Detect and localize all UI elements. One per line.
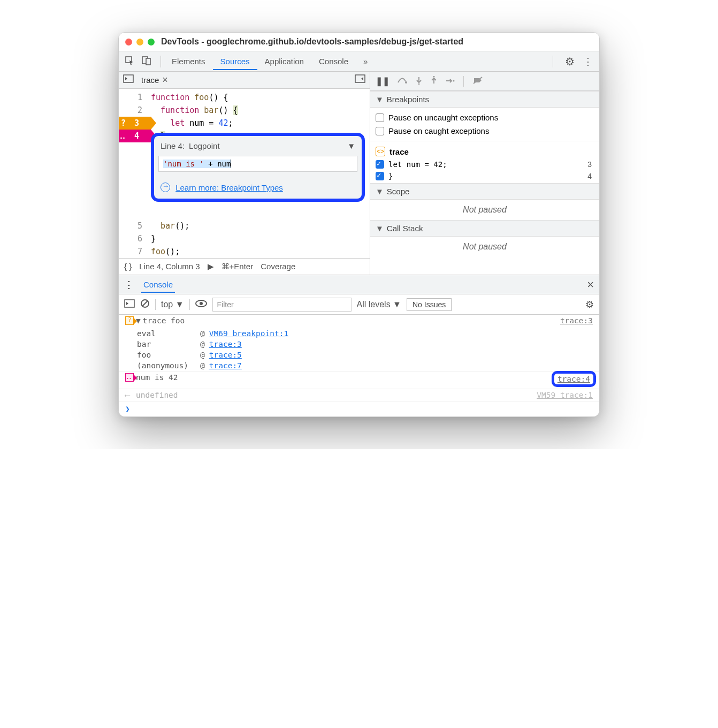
navigator-toggle-icon[interactable] (123, 74, 134, 85)
tab-overflow-icon[interactable]: » (356, 52, 375, 70)
svg-rect-4 (355, 75, 365, 82)
svg-point-5 (405, 81, 407, 84)
bp-code[interactable]: let num = 42; (388, 160, 447, 169)
editor-column: trace × 1 2 3 4 5 6 7 (119, 72, 370, 275)
live-expression-icon[interactable] (195, 300, 207, 309)
stack-fn: foo (137, 351, 196, 359)
drawer-menu-icon[interactable]: ⋮ (124, 279, 134, 291)
callstack-not-paused: Not paused (370, 237, 599, 257)
gear-icon[interactable]: ⚙ (565, 55, 575, 68)
devtools-window: DevTools - googlechrome.github.io/devtoo… (118, 32, 600, 417)
trace-source-link[interactable]: trace:3 (560, 316, 593, 327)
svg-point-7 (433, 76, 435, 78)
stack-src-link[interactable]: trace:5 (209, 351, 242, 359)
pause-icon[interactable]: ❚❚ (376, 76, 389, 86)
context-selector[interactable]: top ▼ (161, 300, 184, 309)
bp-checkbox[interactable] (376, 172, 384, 180)
code-editor[interactable]: 1 2 3 4 5 6 7 function foo() { function … (119, 89, 370, 258)
clear-console-icon[interactable] (140, 299, 150, 310)
bp-code[interactable]: } (388, 172, 393, 180)
return-value: undefined (136, 391, 178, 399)
line-number[interactable]: 6 (119, 232, 142, 245)
window-title: DevTools - googlechrome.github.io/devtoo… (161, 37, 463, 47)
run-snippet-icon[interactable]: ▶ (208, 262, 214, 271)
stack-fn: bar (137, 340, 196, 348)
snippets-toggle-icon[interactable] (355, 74, 365, 85)
coverage-label[interactable]: Coverage (261, 262, 295, 271)
tab-elements[interactable]: Elements (164, 52, 213, 70)
maximize-window-icon[interactable] (148, 39, 155, 46)
bp-checkbox[interactable] (376, 160, 384, 169)
deactivate-breakpoints-icon[interactable] (472, 76, 483, 87)
callstack-header[interactable]: ▼Call Stack (370, 220, 599, 237)
svg-point-8 (453, 80, 455, 81)
divider (553, 56, 553, 67)
breakpoint-type-select[interactable]: Logpoint (189, 141, 343, 150)
tab-application[interactable]: Application (257, 52, 311, 70)
console-output: ▼ trace foo trace:3 eval@ VM69 breakpoin… (119, 315, 599, 416)
run-shortcut: ⌘+Enter (221, 262, 254, 271)
line-number[interactable]: 2 (119, 104, 142, 117)
debugger-sidebar: ❚❚ ▼Breakpoints Pause on uncaught except… (370, 72, 599, 275)
line-number[interactable]: 1 (119, 91, 142, 104)
step-icon[interactable] (445, 77, 455, 86)
issues-button[interactable]: No Issues (407, 298, 452, 311)
line-number-logpoint[interactable]: 4 (119, 130, 151, 142)
file-tab-trace[interactable]: trace × (138, 72, 171, 88)
line-number-conditional-bp[interactable]: 3 (119, 117, 151, 130)
line-number[interactable]: 7 (119, 245, 142, 258)
close-drawer-icon[interactable]: × (587, 278, 594, 292)
svg-rect-10 (125, 300, 134, 307)
editor-status-bar: { } Line 4, Column 3 ▶ ⌘+Enter Coverage (119, 258, 370, 275)
dropdown-icon[interactable]: ▼ (347, 141, 355, 150)
cursor-position: Line 4, Column 3 (139, 262, 200, 271)
step-out-icon[interactable] (430, 76, 438, 87)
tab-sources[interactable]: Sources (213, 52, 257, 70)
stack-src-link[interactable]: trace:3 (209, 340, 242, 348)
kebab-menu-icon[interactable]: ⋮ (583, 56, 593, 67)
close-tab-icon[interactable]: × (162, 74, 168, 86)
minimize-window-icon[interactable] (136, 39, 143, 46)
stack-src-link[interactable]: trace:7 (209, 361, 242, 370)
line-number[interactable]: 5 (119, 219, 142, 232)
pretty-print-icon[interactable]: { } (124, 262, 132, 271)
svg-rect-3 (124, 75, 133, 82)
close-window-icon[interactable] (125, 39, 132, 46)
console-drawer-tabs: ⋮ Console × (119, 275, 599, 294)
log-message: num is 42 (136, 373, 178, 387)
stack-fn: (anonymous) (137, 361, 196, 370)
scope-header[interactable]: ▼Scope (370, 183, 599, 200)
filter-input[interactable]: Filter (212, 298, 352, 312)
logpoint-popover: Line 4: Logpoint ▼ 'num is ' + num Lear (151, 133, 365, 202)
pause-caught-label: Pause on caught exceptions (388, 126, 489, 135)
device-icon[interactable] (141, 55, 152, 68)
tab-console[interactable]: Console (311, 52, 356, 70)
console-tab[interactable]: Console (141, 276, 175, 293)
pause-caught-checkbox[interactable] (376, 127, 384, 135)
levels-selector[interactable]: All levels ▼ (357, 300, 401, 309)
console-trace-label: trace foo (143, 316, 185, 327)
step-over-icon[interactable] (397, 76, 408, 87)
console-settings-icon[interactable]: ⚙ (585, 299, 594, 310)
svg-line-12 (142, 301, 148, 306)
main-tab-strip: Elements Sources Application Console » ⚙… (119, 51, 599, 72)
stack-src-link[interactable]: VM69 breakpoint:1 (209, 329, 288, 338)
return-src-link[interactable]: VM59 trace:1 (537, 391, 593, 399)
step-into-icon[interactable] (415, 76, 423, 87)
window-controls (125, 39, 155, 46)
console-sidebar-toggle-icon[interactable] (124, 299, 135, 310)
svg-point-6 (418, 83, 420, 85)
logpoint-expression-input[interactable]: 'num is ' + num (158, 156, 357, 172)
console-prompt[interactable]: ❯ (119, 401, 599, 416)
breakpoints-header[interactable]: ▼Breakpoints (370, 91, 599, 108)
learn-more-link[interactable]: Learn more: Breakpoint Types (175, 183, 283, 192)
info-icon (161, 183, 170, 192)
stack-fn: eval (137, 329, 196, 338)
inspect-icon[interactable] (124, 55, 135, 68)
pause-uncaught-checkbox[interactable] (376, 113, 384, 122)
svg-rect-2 (146, 58, 150, 65)
log-source-link[interactable]: trace:4 (552, 371, 596, 387)
scope-not-paused: Not paused (370, 200, 599, 220)
svg-point-14 (200, 302, 203, 305)
divider (161, 56, 161, 67)
